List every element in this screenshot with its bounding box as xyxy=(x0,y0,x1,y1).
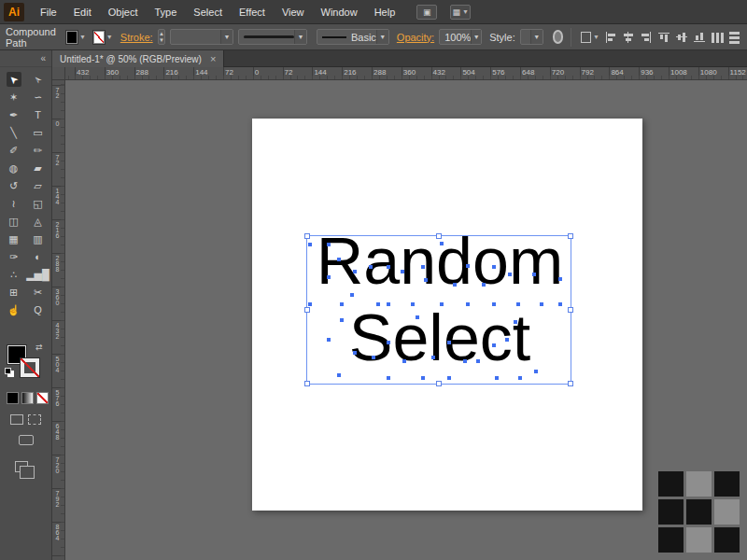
anchor-point[interactable] xyxy=(518,376,522,380)
zoom-tool[interactable]: Q xyxy=(31,302,46,317)
horizontal-align-right-icon[interactable] xyxy=(640,31,653,44)
anchor-point[interactable] xyxy=(353,351,357,355)
blend-tool[interactable]: ◐ xyxy=(31,249,46,264)
anchor-point[interactable] xyxy=(308,302,312,306)
eraser-tool[interactable]: ▰ xyxy=(31,161,46,175)
anchor-point[interactable] xyxy=(505,338,509,342)
anchor-point[interactable] xyxy=(340,318,344,322)
anchor-point[interactable] xyxy=(447,341,451,344)
magic-wand-tool[interactable]: ✶ xyxy=(7,90,21,105)
type-tool[interactable]: T xyxy=(31,107,46,122)
recolor-artwork-icon[interactable] xyxy=(553,30,564,44)
menu-object[interactable]: Object xyxy=(100,7,147,18)
fill-color-swatch[interactable] xyxy=(66,31,78,44)
scale-tool[interactable]: ▱ xyxy=(31,178,46,193)
anchor-point[interactable] xyxy=(508,273,512,276)
document-tab[interactable]: Untitled-1* @ 50% (RGB/Preview) × xyxy=(52,50,224,67)
anchor-point[interactable] xyxy=(540,302,543,306)
anchor-point[interactable] xyxy=(387,265,390,269)
anchor-point[interactable] xyxy=(387,376,390,380)
color-button[interactable] xyxy=(7,392,19,404)
anchor-point[interactable] xyxy=(447,376,451,380)
selection-handle[interactable] xyxy=(304,307,310,313)
menu-window[interactable]: Window xyxy=(313,7,366,18)
width-tool[interactable]: ≀ xyxy=(7,196,21,211)
chevron-down-icon[interactable]: ▼ xyxy=(220,30,233,44)
canvas-viewport[interactable]: Random Select xyxy=(65,80,747,560)
chevron-down-icon[interactable]: ▼ xyxy=(376,30,388,44)
pencil-tool[interactable]: ✏ xyxy=(31,143,46,158)
stroke-swatch[interactable] xyxy=(21,358,39,377)
draw-normal-icon[interactable] xyxy=(10,414,23,425)
vertical-align-top-icon[interactable] xyxy=(657,31,670,44)
anchor-point[interactable] xyxy=(372,356,375,359)
paintbrush-tool[interactable]: ✐ xyxy=(7,143,21,158)
anchor-point[interactable] xyxy=(476,359,480,363)
pattern-cell[interactable] xyxy=(714,527,740,553)
menu-view[interactable]: View xyxy=(274,7,313,18)
eyedropper-tool[interactable]: ✑ xyxy=(7,249,21,264)
anchor-point[interactable] xyxy=(350,293,354,297)
opacity-dropdown[interactable]: 100% ▼ xyxy=(439,29,482,45)
horizontal-align-center-icon[interactable] xyxy=(622,31,635,44)
menu-edit[interactable]: Edit xyxy=(65,7,100,18)
anchor-point[interactable] xyxy=(482,283,486,287)
anchor-point[interactable] xyxy=(431,356,435,359)
anchor-point[interactable] xyxy=(492,302,496,306)
mesh-tool[interactable]: ▦ xyxy=(7,231,21,246)
perspective-grid-tool[interactable]: ◬ xyxy=(31,214,46,229)
chevron-down-icon[interactable]: ▼ xyxy=(530,30,543,44)
pattern-cell[interactable] xyxy=(658,527,684,553)
selection-handle[interactable] xyxy=(436,381,442,386)
pattern-cell[interactable] xyxy=(714,499,740,525)
anchor-point[interactable] xyxy=(337,258,341,261)
symbol-sprayer-tool[interactable]: ∴ xyxy=(7,267,21,282)
anchor-point[interactable] xyxy=(376,302,380,306)
rotate-tool[interactable]: ↺ xyxy=(7,178,21,193)
anchor-point[interactable] xyxy=(401,270,404,273)
pattern-cell[interactable] xyxy=(686,527,712,553)
anchor-point[interactable] xyxy=(421,376,425,380)
blob-brush-tool[interactable]: ◍ xyxy=(7,161,21,175)
selection-handle[interactable] xyxy=(568,233,573,239)
anchor-point[interactable] xyxy=(340,302,344,306)
anchor-point[interactable] xyxy=(387,302,390,306)
distribute-vertical-icon[interactable] xyxy=(728,31,741,44)
anchor-point[interactable] xyxy=(558,277,562,281)
gradient-button[interactable] xyxy=(21,392,34,404)
pattern-cell[interactable] xyxy=(658,499,684,525)
anchor-point[interactable] xyxy=(534,370,538,373)
selection-handle[interactable] xyxy=(304,233,310,239)
opacity-panel-link[interactable]: Opacity: xyxy=(397,32,434,43)
vertical-align-bottom-icon[interactable] xyxy=(693,31,706,44)
width-profile-dropdown[interactable]: ▼ xyxy=(238,29,307,45)
collapse-panel-icon[interactable]: « xyxy=(40,53,46,63)
anchor-point[interactable] xyxy=(516,302,520,306)
artboard-tool[interactable]: ⊞ xyxy=(7,285,21,300)
anchor-point[interactable] xyxy=(327,275,331,279)
slice-tool[interactable]: ✂ xyxy=(31,285,46,300)
anchor-point[interactable] xyxy=(492,265,496,269)
default-fill-stroke-icon[interactable] xyxy=(5,368,11,374)
lasso-tool[interactable]: ∽ xyxy=(31,90,46,105)
anchor-point[interactable] xyxy=(532,273,536,276)
selection-tool[interactable]: ➤ xyxy=(7,72,21,87)
anchor-point[interactable] xyxy=(453,283,457,287)
chevron-down-icon[interactable]: ▼ xyxy=(471,30,481,44)
anchor-point[interactable] xyxy=(411,302,415,306)
anchor-point[interactable] xyxy=(353,270,357,273)
anchor-point[interactable] xyxy=(327,243,331,246)
style-dropdown[interactable]: ▼ xyxy=(520,29,543,45)
direct-selection-tool[interactable]: ➢ xyxy=(31,72,46,87)
anchor-point[interactable] xyxy=(514,320,517,324)
anchor-point[interactable] xyxy=(424,278,428,282)
change-screen-mode-icon[interactable] xyxy=(19,435,34,445)
anchor-point[interactable] xyxy=(466,302,470,306)
selection-handle[interactable] xyxy=(436,233,442,239)
line-segment-tool[interactable]: ╲ xyxy=(7,125,21,140)
column-graph-tool[interactable]: ▂▅█ xyxy=(31,267,46,282)
anchor-point[interactable] xyxy=(558,302,562,306)
anchor-point[interactable] xyxy=(466,264,470,268)
selection-handle[interactable] xyxy=(568,307,573,313)
horizontal-align-left-icon[interactable] xyxy=(604,31,617,44)
